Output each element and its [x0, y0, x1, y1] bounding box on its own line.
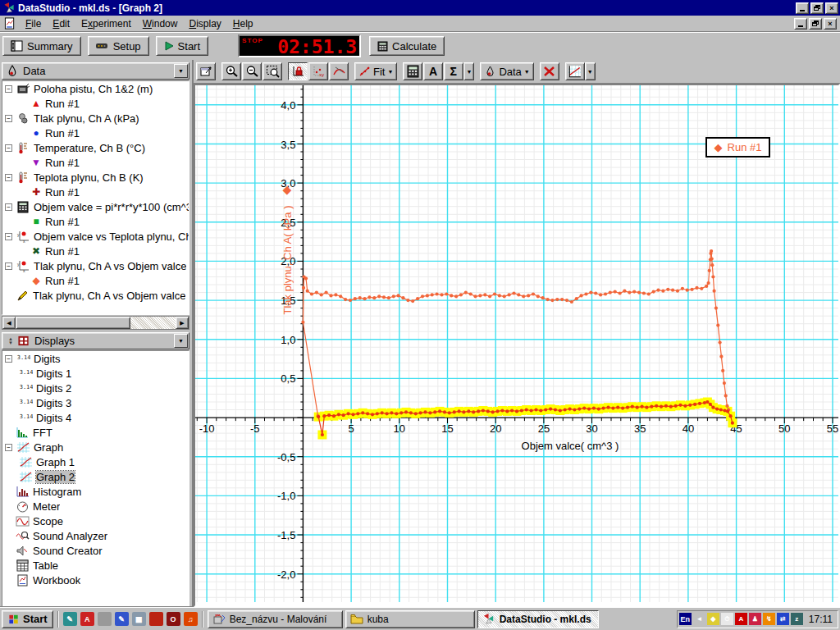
display-type-item[interactable]: FFT: [2, 425, 189, 440]
menu-file[interactable]: File: [20, 16, 47, 31]
display-item-graph-2[interactable]: Graph 2: [2, 469, 189, 484]
scale-to-fit-button[interactable]: [196, 62, 216, 80]
calculate-button[interactable]: [403, 62, 422, 80]
collapse-toggle[interactable]: −: [5, 85, 12, 93]
slope-tool-button[interactable]: xy: [308, 62, 328, 80]
display-type-item[interactable]: Sound Analyzer: [2, 528, 189, 543]
display-item-digits-4[interactable]: 3.14 Digits 4: [2, 410, 189, 425]
clock[interactable]: 17:11: [809, 614, 833, 625]
menu-display[interactable]: Display: [183, 16, 226, 31]
task-button-kuba[interactable]: kuba: [345, 610, 475, 628]
graph-settings-button[interactable]: [565, 62, 585, 80]
connect-icon[interactable]: z: [791, 613, 803, 625]
fit-menu-button[interactable]: Fit▼: [354, 62, 397, 80]
display-type-item[interactable]: Meter: [2, 499, 189, 514]
data-source-item[interactable]: − Objem valce = pi*r*r*y*100 (cm^3): [2, 199, 189, 214]
restore-button[interactable]: [810, 2, 824, 14]
menu-experiment[interactable]: Experiment: [75, 16, 137, 31]
display-item-digits-1[interactable]: 3.14 Digits 1: [2, 366, 189, 381]
display-type-item[interactable]: Scope: [2, 514, 189, 528]
displays-panel-menu-button[interactable]: ▼: [174, 334, 188, 348]
scroll-thumb[interactable]: [16, 317, 130, 329]
collapse-toggle[interactable]: −: [5, 203, 12, 211]
y-axis-series-marker[interactable]: ◆: [283, 183, 292, 196]
winamp-icon[interactable]: ♫: [184, 612, 198, 626]
display-type-item[interactable]: Sound Creator: [2, 543, 189, 558]
display-type-item[interactable]: Table: [2, 558, 189, 573]
collapse-toggle[interactable]: −: [5, 262, 12, 270]
scroll-right-button[interactable]: ▶: [176, 317, 189, 329]
data-source-item[interactable]: − Teplota plynu, Ch B (K): [2, 170, 189, 185]
run-item[interactable]: ▲ Run #1: [2, 96, 189, 111]
collapse-toggle[interactable]: −: [5, 144, 12, 152]
display-type-item[interactable]: − 3.14 Digits: [2, 351, 189, 366]
data-source-item[interactable]: − Temperature, Ch B (°C): [2, 140, 189, 155]
run-item[interactable]: ✖ Run #1: [2, 244, 189, 258]
y-axis-title[interactable]: Tlak plynu, Ch A( kPa ): [281, 206, 294, 315]
collapse-toggle[interactable]: −: [5, 115, 12, 122]
data-menu-button[interactable]: Data▼: [480, 62, 533, 80]
scheduler-icon[interactable]: ⏱: [721, 613, 733, 625]
display-type-item[interactable]: Histogram: [2, 484, 189, 499]
start-button[interactable]: Start: [156, 36, 208, 56]
summary-button[interactable]: Summary: [2, 36, 81, 56]
statistics-dropdown-button[interactable]: ▼: [463, 62, 474, 80]
collapse-toggle[interactable]: −: [5, 355, 12, 363]
display-type-item[interactable]: − Graph: [2, 440, 189, 454]
data-source-item[interactable]: − Poloha pistu, Ch 1&2 (m): [2, 81, 189, 96]
zoom-in-button[interactable]: [221, 62, 241, 80]
ink-pen-icon[interactable]: ✎: [115, 612, 129, 626]
mdi-restore-button[interactable]: [809, 18, 822, 30]
text-annotation-button[interactable]: A: [423, 62, 443, 80]
menu-edit[interactable]: Edit: [47, 16, 75, 31]
opera-icon[interactable]: O: [167, 612, 180, 626]
collapse-toggle[interactable]: −: [5, 444, 12, 451]
run-item[interactable]: ▼ Run #1: [2, 155, 189, 170]
calculator-icon[interactable]: ▦: [132, 612, 146, 626]
scroll-left-button[interactable]: ◀: [2, 317, 16, 329]
sync-icon[interactable]: ⇄: [777, 613, 789, 625]
mdi-minimize-button[interactable]: [794, 18, 807, 30]
zoom-out-button[interactable]: [242, 62, 262, 80]
display-item-digits-3[interactable]: 3.14 Digits 3: [2, 395, 189, 410]
setup-button[interactable]: Setup: [88, 36, 149, 56]
data-source-item[interactable]: − yx Tlak plynu, Ch A vs Objem valce: [2, 258, 189, 273]
statistics-button[interactable]: Σ: [444, 62, 463, 80]
run-item[interactable]: ◆ Run #1: [2, 273, 189, 288]
power-icon[interactable]: ↯: [763, 613, 775, 625]
data-tree-hscrollbar[interactable]: ◀ ▶: [2, 316, 189, 330]
panel-splitter-icon[interactable]: ▲▼: [6, 337, 16, 345]
show-desktop-icon[interactable]: ✎: [63, 612, 77, 626]
zoom-select-button[interactable]: [262, 62, 282, 80]
legend[interactable]: ◆ Run #1: [705, 137, 770, 158]
menu-help[interactable]: Help: [227, 16, 259, 31]
x-axis-title[interactable]: Objem valce( cm^3 ): [522, 440, 619, 452]
start-menu-button[interactable]: Start: [2, 610, 53, 628]
volume-icon[interactable]: ◄: [693, 613, 705, 625]
display-item-graph-1[interactable]: Graph 1: [2, 454, 189, 469]
menu-window[interactable]: Window: [137, 16, 184, 31]
calculate-button[interactable]: Calculate: [369, 36, 445, 56]
smart-tool-button[interactable]: [288, 62, 308, 80]
run-item[interactable]: ● Run #1: [2, 126, 189, 140]
display-type-item[interactable]: Workbook: [2, 573, 189, 587]
ati-icon[interactable]: A: [735, 613, 747, 625]
data-panel-menu-button[interactable]: ▼: [174, 64, 188, 78]
minimize-button[interactable]: [796, 2, 809, 14]
data-source-item[interactable]: − Tlak plynu, Ch A (kPa): [2, 111, 189, 126]
acrobat-icon[interactable]: A: [80, 612, 94, 626]
plot-area[interactable]: -10-55101520253035404550554,03,53,02,52,…: [194, 84, 840, 607]
chart-canvas[interactable]: -10-55101520253035404550554,03,53,02,52,…: [195, 85, 838, 602]
agent-icon[interactable]: ♟: [749, 613, 761, 625]
language-indicator[interactable]: En: [679, 613, 692, 625]
remove-button[interactable]: [540, 62, 559, 80]
graph-settings-dropdown-button[interactable]: ▼: [585, 62, 596, 80]
run-item[interactable]: ■ Run #1: [2, 214, 189, 229]
data-source-item[interactable]: Tlak plynu, Ch A vs Objem valce: [2, 288, 189, 303]
dragon-icon[interactable]: [149, 612, 163, 626]
collapse-toggle[interactable]: −: [5, 233, 12, 240]
data-panel-header[interactable]: Data ▼: [2, 62, 189, 80]
task-button-bez-n-zvu-malov-n-[interactable]: Bez_názvu - Malování: [208, 610, 343, 628]
task-button-datastudio-mkl-ds-[interactable]: DataStudio - mkl.ds - ...: [477, 610, 599, 628]
displays-panel-header[interactable]: ▲▼ Displays ▼: [2, 332, 189, 349]
